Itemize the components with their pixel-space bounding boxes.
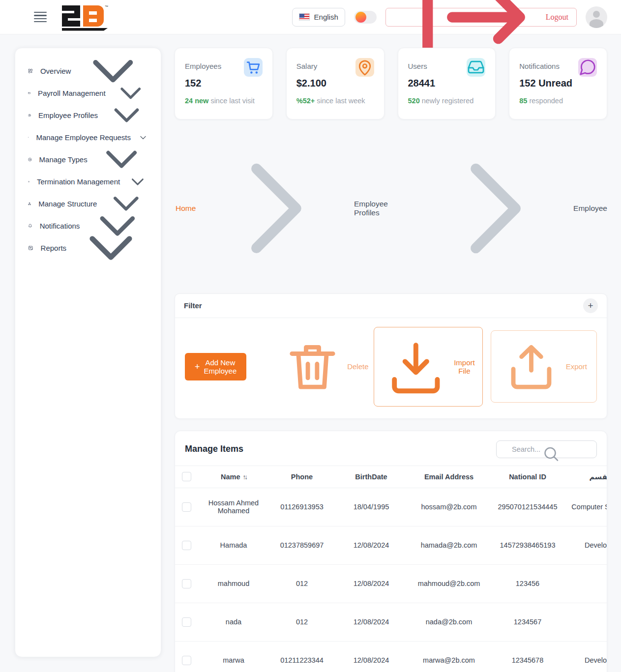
cell-email: marwa@2b.com bbox=[407, 641, 491, 672]
chat-bubble-icon bbox=[578, 58, 597, 77]
table-actions: + Add New Employee Delete Import File Ex… bbox=[175, 318, 607, 418]
filter-panel: Filter + + Add New Employee Delete Impor… bbox=[175, 293, 607, 419]
notifications-icon bbox=[28, 221, 32, 231]
column-header-department: القسم bbox=[564, 466, 607, 488]
row-checkbox[interactable] bbox=[182, 579, 191, 588]
cell-name: Hamada bbox=[199, 526, 268, 564]
cell-birthdate: 12/08/2024 bbox=[335, 564, 407, 603]
breadcrumb-item[interactable]: Home bbox=[176, 135, 348, 282]
stat-subtext: 85 responded bbox=[519, 97, 597, 105]
stat-card: Notifications 152 Unread 85 responded bbox=[509, 48, 607, 119]
cell-birthdate: 12/08/2024 bbox=[335, 603, 407, 641]
cell-name: nada bbox=[199, 603, 268, 641]
column-header-birthdate: BirthDate bbox=[335, 466, 407, 488]
sidebar-item-employee-profiles[interactable]: Employee Profiles bbox=[22, 104, 154, 126]
trash-icon bbox=[282, 336, 343, 397]
reports-icon bbox=[28, 243, 33, 253]
stat-subtext: %52+ since last week bbox=[296, 97, 374, 105]
sidebar-nav: Overview Payroll Management Employee Pro… bbox=[22, 60, 154, 259]
cell-department: Developer bbox=[564, 641, 607, 672]
logout-button[interactable]: Logout bbox=[385, 8, 577, 27]
export-button[interactable]: Export bbox=[491, 330, 597, 403]
brand-logo: ™ bbox=[60, 3, 110, 31]
theme-toggle[interactable] bbox=[354, 11, 377, 24]
import-file-button[interactable]: Import File bbox=[374, 327, 483, 407]
cell-birthdate: 18/04/1995 bbox=[335, 488, 407, 526]
cell-department: Computer Science bbox=[564, 488, 607, 526]
search-box bbox=[496, 440, 597, 458]
chevron-right-icon bbox=[202, 135, 348, 282]
upload-icon bbox=[501, 336, 562, 397]
table-row: marwa 01211223344 12/08/2024 marwa@2b.co… bbox=[175, 641, 607, 672]
table-row: nada 012 12/08/2024 nada@2b.com 1234567 bbox=[175, 603, 607, 641]
stat-value: 152 bbox=[185, 78, 263, 89]
sidebar-item-reports[interactable]: Reports bbox=[22, 237, 154, 259]
cell-name: mahmoud bbox=[199, 564, 268, 603]
cell-national-id: 14572938465193 bbox=[491, 526, 564, 564]
row-checkbox[interactable] bbox=[182, 656, 191, 665]
cell-phone: 012 bbox=[268, 603, 335, 641]
stat-value: $2.100 bbox=[296, 78, 374, 89]
payroll-icon bbox=[28, 88, 30, 98]
sidebar-item-manage-types[interactable]: Manage Types bbox=[22, 148, 154, 171]
structure-icon bbox=[28, 199, 31, 209]
brand-tm: ™ bbox=[105, 5, 108, 8]
manage-items-title: Manage Items bbox=[185, 444, 243, 454]
overview-icon bbox=[28, 66, 33, 76]
cell-birthdate: 12/08/2024 bbox=[335, 526, 407, 564]
cell-national-id: 1234567 bbox=[491, 603, 564, 641]
download-icon bbox=[382, 332, 450, 401]
employees-table: Name↑↓ Phone BirthDate Email Address Nat… bbox=[175, 466, 607, 672]
column-header-phone: Phone bbox=[268, 466, 335, 488]
main-content: Employees 152 24 new since last visit Sa… bbox=[175, 48, 607, 672]
table-row: Hossam Ahmed Mohamed 01126913953 18/04/1… bbox=[175, 488, 607, 526]
language-selector[interactable]: English bbox=[292, 8, 345, 27]
sidebar: Overview Payroll Management Employee Pro… bbox=[15, 48, 161, 657]
termination-icon bbox=[28, 176, 30, 187]
breadcrumb-item[interactable]: Employee Profiles bbox=[354, 135, 567, 282]
logout-label: Logout bbox=[546, 13, 568, 22]
add-new-employee-button[interactable]: + Add New Employee bbox=[185, 353, 246, 380]
cell-email: nada@2b.com bbox=[407, 603, 491, 641]
toggle-knob bbox=[355, 12, 366, 23]
column-header-name[interactable]: Name↑↓ bbox=[199, 466, 268, 488]
table-row: mahmoud 012 12/08/2024 mahmoud@2b.com 12… bbox=[175, 564, 607, 603]
delete-button[interactable]: Delete bbox=[277, 332, 373, 401]
cell-national-id: 12345678 bbox=[491, 641, 564, 672]
us-flag-icon bbox=[299, 13, 310, 21]
expand-filter-button[interactable]: + bbox=[583, 298, 598, 313]
cell-name: marwa bbox=[199, 641, 268, 672]
cell-name: Hossam Ahmed Mohamed bbox=[199, 488, 268, 526]
breadcrumb-item[interactable]: Employee bbox=[573, 204, 607, 213]
column-header-email: Email Address bbox=[407, 466, 491, 488]
sort-icon[interactable]: ↑↓ bbox=[243, 473, 247, 481]
stat-subtext: 520 newly registered bbox=[408, 97, 486, 105]
row-checkbox[interactable] bbox=[182, 541, 191, 550]
employee-requests-icon bbox=[28, 132, 29, 143]
table-viewport: Name↑↓ Phone BirthDate Email Address Nat… bbox=[175, 466, 607, 672]
cell-national-id: 295070121534445 bbox=[491, 488, 564, 526]
filter-title: Filter bbox=[184, 301, 202, 310]
select-all-checkbox[interactable] bbox=[182, 472, 191, 481]
table-header-row: Name↑↓ Phone BirthDate Email Address Nat… bbox=[175, 466, 607, 488]
cart-icon bbox=[244, 58, 263, 77]
cell-phone: 012 bbox=[268, 564, 335, 603]
cell-department bbox=[564, 603, 607, 641]
stat-card: Employees 152 24 new since last visit bbox=[175, 48, 273, 119]
cell-department bbox=[564, 564, 607, 603]
cell-email: hossam@2b.com bbox=[407, 488, 491, 526]
manage-items-panel: Manage Items Name↑ bbox=[175, 431, 607, 672]
row-checkbox[interactable] bbox=[182, 502, 191, 512]
user-avatar[interactable] bbox=[586, 6, 607, 28]
language-label: English bbox=[314, 13, 338, 21]
employee-profiles-icon bbox=[28, 110, 31, 120]
inbox-icon bbox=[467, 58, 485, 77]
row-checkbox[interactable] bbox=[182, 617, 191, 627]
stat-subtext: 24 new since last visit bbox=[185, 97, 263, 105]
stat-value: 152 Unread bbox=[519, 78, 597, 89]
cell-national-id: 123456 bbox=[491, 564, 564, 603]
cell-department: Developer bbox=[564, 526, 607, 564]
hamburger-menu-icon[interactable] bbox=[32, 10, 49, 25]
location-pin-icon bbox=[355, 58, 374, 77]
column-header-national-id: National ID bbox=[491, 466, 564, 488]
